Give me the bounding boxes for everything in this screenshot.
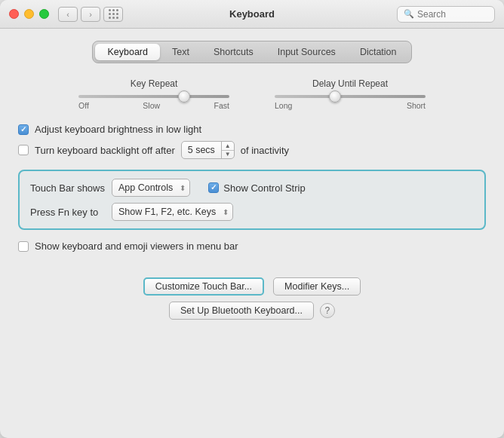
search-icon: 🔍 bbox=[404, 9, 414, 19]
key-repeat-ends: Off Slow Fast bbox=[78, 101, 229, 110]
key-repeat-fast-label: Fast bbox=[214, 101, 229, 110]
fn-key-value: Show F1, F2, etc. Keys bbox=[118, 207, 216, 217]
modifier-keys-button[interactable]: Modifier Keys... bbox=[273, 277, 361, 296]
key-repeat-group: Key Repeat Off Slow Fast bbox=[78, 78, 229, 110]
inactivity-stepper[interactable]: 5 secs ▲ ▼ bbox=[181, 141, 235, 159]
backlight-suffix: of inactivity bbox=[241, 145, 289, 156]
tab-dictation[interactable]: Dictation bbox=[348, 44, 409, 60]
show-control-strip-label: Show Control Strip bbox=[223, 182, 305, 194]
keyboard-window: ‹ › Keyboard 🔍 Keyboard Text Shortcuts I… bbox=[0, 0, 504, 438]
touchbar-show-value: App Controls bbox=[118, 182, 173, 193]
brightness-checkbox[interactable] bbox=[18, 124, 29, 135]
minimize-button[interactable] bbox=[24, 9, 34, 19]
tab-text[interactable]: Text bbox=[160, 44, 201, 60]
help-button[interactable]: ? bbox=[320, 303, 335, 318]
search-box[interactable]: 🔍 bbox=[397, 6, 495, 23]
key-repeat-off-label: Off bbox=[78, 101, 89, 110]
backlight-label: Turn keyboard backlight off after bbox=[35, 145, 175, 156]
backlight-checkbox[interactable] bbox=[18, 145, 29, 155]
titlebar: ‹ › Keyboard 🔍 bbox=[0, 0, 504, 29]
backlight-row: Turn keyboard backlight off after 5 secs… bbox=[18, 141, 486, 159]
key-repeat-slow-label: Slow bbox=[143, 101, 160, 110]
customize-touch-bar-button[interactable]: Customize Touch Bar... bbox=[143, 277, 264, 296]
emoji-label: Show keyboard and emoji viewers in menu … bbox=[35, 240, 238, 252]
touchbar-show-select[interactable]: App Controls bbox=[112, 179, 190, 197]
options-section: Adjust keyboard brightness in low light … bbox=[18, 124, 486, 159]
delay-thumb[interactable] bbox=[329, 90, 341, 103]
sliders-row: Key Repeat Off Slow Fast Delay Until Rep… bbox=[18, 78, 486, 110]
back-button[interactable]: ‹ bbox=[58, 7, 78, 22]
stepper-up-button[interactable]: ▲ bbox=[222, 142, 234, 151]
stepper-value: 5 secs bbox=[182, 142, 222, 158]
delay-short-label: Short bbox=[407, 101, 426, 110]
delay-label: Delay Until Repeat bbox=[312, 78, 388, 89]
fn-key-row: Press Fn key to Show F1, F2, etc. Keys bbox=[30, 203, 474, 221]
search-input[interactable] bbox=[417, 9, 488, 20]
delay-track[interactable] bbox=[275, 95, 426, 98]
stepper-down-button[interactable]: ▼ bbox=[222, 151, 234, 159]
content-area: Keyboard Text Shortcuts Input Sources Di… bbox=[0, 29, 504, 438]
emoji-checkbox[interactable] bbox=[18, 241, 29, 252]
fn-key-label: Press Fn key to bbox=[30, 207, 106, 218]
fn-key-select[interactable]: Show F1, F2, etc. Keys bbox=[112, 203, 233, 221]
window-title: Keyboard bbox=[229, 8, 275, 20]
forward-button[interactable]: › bbox=[81, 7, 100, 22]
key-repeat-thumb[interactable] bbox=[178, 90, 190, 103]
emoji-row: Show keyboard and emoji viewers in menu … bbox=[18, 240, 486, 252]
stepper-arrows[interactable]: ▲ ▼ bbox=[222, 142, 234, 158]
brightness-row: Adjust keyboard brightness in low light bbox=[18, 124, 486, 135]
tab-keyboard[interactable]: Keyboard bbox=[95, 44, 160, 60]
delay-ends: Long Short bbox=[275, 101, 426, 110]
touchbar-section: Touch Bar shows App Controls Show Contro… bbox=[18, 170, 486, 230]
show-control-strip-checkbox[interactable] bbox=[208, 182, 219, 193]
touchbar-show-row: Touch Bar shows App Controls Show Contro… bbox=[30, 179, 474, 197]
tab-input-sources[interactable]: Input Sources bbox=[266, 44, 348, 60]
grid-button[interactable] bbox=[103, 7, 123, 22]
nav-buttons: ‹ › bbox=[58, 7, 100, 22]
traffic-lights bbox=[9, 9, 49, 19]
tab-bar: Keyboard Text Shortcuts Input Sources Di… bbox=[92, 41, 411, 63]
main-buttons-row: Customize Touch Bar... Modifier Keys... bbox=[143, 277, 361, 296]
tab-shortcuts[interactable]: Shortcuts bbox=[201, 44, 266, 60]
bluetooth-keyboard-button[interactable]: Set Up Bluetooth Keyboard... bbox=[169, 302, 314, 320]
maximize-button[interactable] bbox=[39, 9, 49, 19]
last-row: Set Up Bluetooth Keyboard... ? bbox=[169, 302, 335, 320]
key-repeat-track[interactable] bbox=[78, 95, 229, 98]
delay-group: Delay Until Repeat Long Short bbox=[275, 78, 426, 110]
close-button[interactable] bbox=[9, 9, 19, 19]
delay-long-label: Long bbox=[275, 101, 292, 110]
brightness-label: Adjust keyboard brightness in low light bbox=[35, 124, 201, 135]
touchbar-show-label: Touch Bar shows bbox=[30, 182, 106, 194]
key-repeat-label: Key Repeat bbox=[131, 78, 178, 89]
